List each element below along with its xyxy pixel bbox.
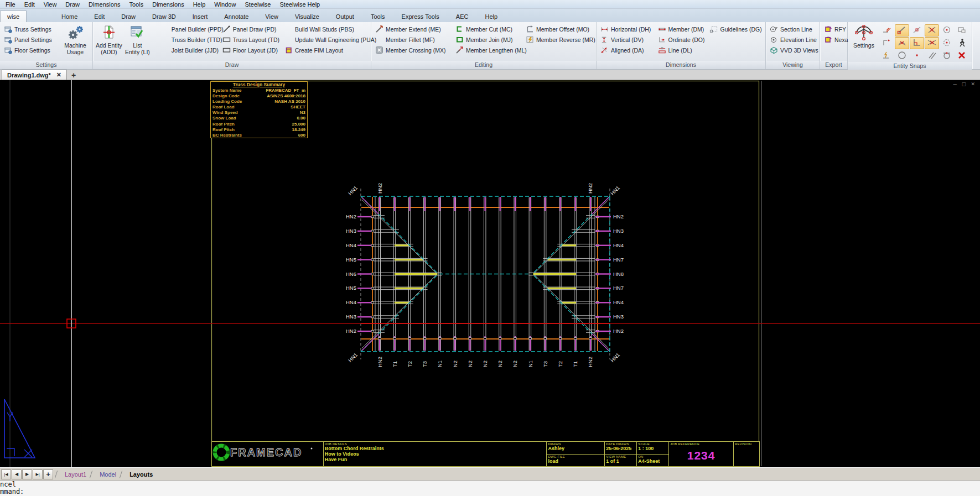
ribbon-tab-output[interactable]: Output (328, 11, 362, 22)
ribbon-button-vertical-dv-[interactable]: Vertical (DV) (599, 34, 654, 45)
ribbon-button-member-offset-mo-[interactable]: Member Offset (MO) (525, 24, 594, 34)
new-tab-button[interactable]: + (67, 71, 80, 80)
ribbon-tab-visualize[interactable]: Visualize (287, 11, 328, 22)
menu-item-view[interactable]: View (39, 1, 61, 8)
snap-extension-button[interactable] (880, 37, 894, 49)
ribbon-button-nexa[interactable]: Nexa (823, 34, 848, 45)
minimize-icon[interactable]: ─ (953, 81, 958, 87)
ribbon-tab-insert[interactable]: Insert (184, 11, 216, 22)
menu-item-help[interactable]: Help (189, 1, 210, 8)
ribbon-tab-draw-3d[interactable]: Draw 3D (144, 11, 184, 22)
drawing-canvas[interactable]: HN2HN2HN3HN3HN4HN4HN5HN7HN6HN8HN5HN7HN4H… (0, 80, 980, 467)
snap-clear-button[interactable] (955, 50, 969, 62)
ribbon-button-truss-builder-ttd-[interactable]: Truss Builder (TTD) (160, 34, 219, 45)
snap-quick-button[interactable] (880, 50, 894, 62)
layout-tab-model[interactable]: Model (93, 469, 123, 479)
snap-circle-button[interactable] (895, 50, 909, 62)
close-icon[interactable]: ✕ (56, 71, 61, 79)
layout-tab-layout1[interactable]: Layout1 (58, 469, 93, 479)
ribbon-button-ordinate-do-[interactable]: Ordinate (DO) (657, 34, 706, 45)
ribbon-tab-home[interactable]: Home (53, 11, 86, 22)
ribbon-button-panel-settings[interactable]: Panel Settings (3, 34, 58, 45)
ribbon-button-member-extend-me-[interactable]: Member Extend (ME) (374, 24, 452, 34)
ribbon-button-truss-layout-td-[interactable]: Truss Layout (TD) (221, 34, 281, 45)
layout-nav-2[interactable]: ▶ (22, 469, 32, 479)
snap-from-icon (882, 25, 892, 35)
ribbon-tab-help[interactable]: Help (476, 11, 506, 22)
snap-point-button[interactable] (910, 50, 924, 62)
ribbon-button-list-entity-li-[interactable]: ListEntity (LI) (125, 24, 150, 55)
snap-perpendicular-button[interactable] (910, 37, 924, 49)
ribbon-button-member-dm-[interactable]: Member (DM) (657, 24, 706, 34)
menu-item-edit[interactable]: Edit (20, 1, 39, 8)
svg-text:HN1: HN1 (609, 185, 621, 196)
snap-midpoint-button[interactable] (910, 24, 924, 36)
ribbon-tab-edit[interactable]: Edit (86, 11, 113, 22)
snap-intersection-button[interactable] (925, 24, 939, 36)
ribbon-button-line-dl-[interactable]: Line (DL) (657, 45, 706, 55)
command-line[interactable]: ncelmmand: (0, 481, 980, 496)
svg-text:HN4: HN4 (346, 242, 356, 248)
snap-intersection2-button[interactable] (925, 37, 939, 49)
ribbon-button-create-fim-layout[interactable]: Create FIM Layout (283, 45, 372, 55)
ribbon-button-member-cut-mc-[interactable]: Member Cut (MC) (454, 24, 522, 34)
ribbon-button-build-wall-studs-pbs-[interactable]: Build Wall Studs (PBS) (283, 24, 372, 34)
layout-nav-4[interactable]: + (43, 469, 53, 479)
layout-tab-layouts[interactable]: Layouts (123, 469, 159, 479)
snap-endpoint-button[interactable] (895, 24, 909, 36)
layout-nav-0[interactable]: |◀ (1, 469, 11, 479)
snap-node-button[interactable] (940, 37, 954, 49)
document-tab[interactable]: Drawing1.dwg* ✕ (2, 70, 67, 80)
menu-item-dimensions[interactable]: Dimensions (84, 1, 125, 8)
ribbon-tab-wise[interactable]: wise (0, 11, 27, 22)
job-details-line: How to Videos (324, 451, 547, 457)
ribbon-button-add-entity-add-[interactable]: Add Entity(ADD) (96, 24, 122, 55)
ribbon-tab-draw[interactable]: Draw (113, 11, 144, 22)
ribbon-button-truss-settings[interactable]: Truss Settings (3, 24, 58, 34)
ribbon-button-settings[interactable]: Settings (851, 24, 877, 49)
ribbon-button-vvd-3d-views[interactable]: VVD 3D Views (769, 45, 820, 55)
package-icon (824, 25, 832, 33)
ribbon-button-guidelines-dg-[interactable]: Guidelines (DG) (708, 24, 763, 34)
menu-item-file[interactable]: File (1, 1, 20, 8)
snap-from-button[interactable] (880, 24, 894, 36)
ribbon-button-section-line[interactable]: Section Line (769, 24, 820, 34)
ribbon-button-floor-settings[interactable]: Floor Settings (3, 45, 58, 55)
ribbon-button-horizontal-dh-[interactable]: Horizontal (DH) (599, 24, 654, 34)
ribbon-button-member-lengthen-ml-[interactable]: Member Lengthen (ML) (454, 45, 522, 55)
menu-item-window[interactable]: Window (210, 1, 240, 8)
ribbon-button-member-crossing-mx-[interactable]: Member Crossing (MX) (374, 45, 452, 55)
ribbon-tab-annotate[interactable]: Annotate (216, 11, 257, 22)
menu-item-draw[interactable]: Draw (61, 1, 84, 8)
menu-item-steelwise[interactable]: Steelwise (240, 1, 275, 8)
ribbon-button-joist-builder-jjd-[interactable]: Joist Builder (JJD) (160, 45, 219, 55)
layout-nav-3[interactable]: ▶| (33, 469, 43, 479)
ribbon-tab-aec[interactable]: AEC (448, 11, 477, 22)
menu-item-dimensions[interactable]: Dimensions (148, 1, 188, 8)
snap-nearest-button[interactable] (955, 37, 969, 49)
ribbon-button-panel-draw-pd-[interactable]: Panel Draw (PD) (221, 24, 281, 34)
snap-center-button[interactable] (940, 24, 954, 36)
ribbon-tab-view[interactable]: View (257, 11, 287, 22)
close-window-icon[interactable]: ✕ (971, 81, 977, 87)
ribbon-tab-tools[interactable]: Tools (362, 11, 393, 22)
ribbon-button-rfy[interactable]: RFY (823, 24, 848, 34)
snap-parallel-button[interactable] (925, 50, 939, 62)
ribbon-tab-express-tools[interactable]: Express Tools (393, 11, 448, 22)
ribbon-button-member-join-mj-[interactable]: Member Join (MJ) (454, 34, 522, 45)
snap-tangent-button[interactable] (940, 50, 954, 62)
restore-icon[interactable]: ▢ (961, 81, 968, 87)
ribbon-button-floor-layout-jd-[interactable]: Floor Layout (JD) (221, 45, 281, 55)
ribbon-button-member-reverse-mr-[interactable]: Member Reverse (MR) (525, 34, 594, 45)
ribbon-button-panel-builder-ppd-[interactable]: Panel Builder (PPD) (160, 24, 219, 34)
ribbon-button-update-wall-engineering-pua-[interactable]: Update Wall Engineering (PUA) (283, 34, 372, 45)
layout-nav-1[interactable]: ◀ (12, 469, 22, 479)
ribbon-button-member-fillet-mf-[interactable]: Member Fillet (MF) (374, 34, 452, 45)
menu-item-tools[interactable]: Tools (125, 1, 148, 8)
ribbon-button-elevation-line[interactable]: Elevation Line (769, 34, 820, 45)
menu-item-steelwise-help[interactable]: Steelwise Help (275, 1, 324, 8)
snap-apparent-button[interactable] (895, 37, 909, 49)
snap-insert-button[interactable] (955, 24, 969, 36)
ribbon-button-machine-usage[interactable]: MachineUsage (61, 24, 90, 55)
ribbon-button-aligned-da-[interactable]: Aligned (DA) (599, 45, 654, 55)
